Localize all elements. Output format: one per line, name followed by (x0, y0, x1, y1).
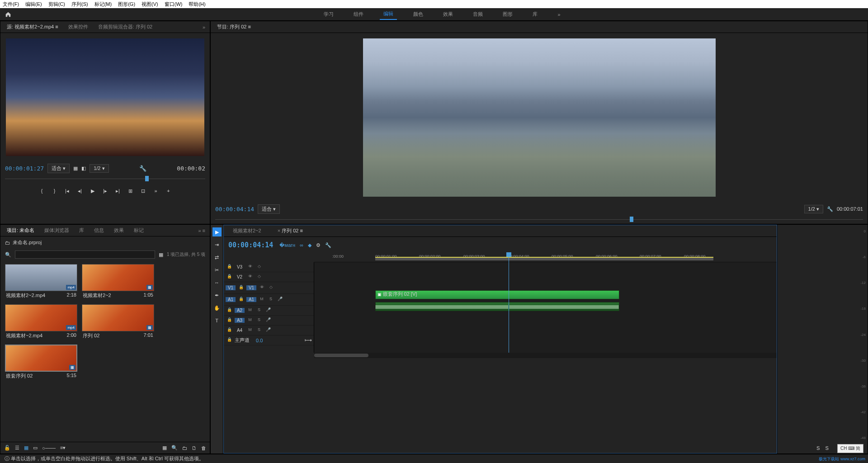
ime-indicator[interactable]: CH ⌨ 简 (837, 444, 863, 453)
filter-icon[interactable]: ▦ (159, 252, 163, 258)
panel-overflow[interactable]: » ≡ (195, 228, 208, 233)
bin-item[interactable]: ▦ 序列 027:01 (82, 304, 154, 340)
add-button-icon[interactable]: + (165, 187, 172, 194)
selection-tool[interactable]: ▶ (212, 227, 222, 236)
info-tab[interactable]: 信息 (90, 225, 108, 236)
track-v3-header[interactable]: 🔒V3👁◇ (224, 262, 314, 272)
list-view-icon[interactable]: ☰ (15, 445, 19, 451)
media-browser-tab[interactable]: 媒体浏览器 (40, 225, 74, 236)
ws-audio[interactable]: 音频 (469, 9, 486, 19)
bin-item[interactable]: ▦ 视频素材2~21:05 (82, 264, 154, 300)
go-out-icon[interactable]: ▸| (114, 187, 122, 194)
menu-view[interactable]: 视图(V) (142, 1, 158, 8)
project-tab[interactable]: 项目: 未命名 (2, 225, 39, 236)
insert-icon[interactable]: ⊞ (127, 187, 134, 194)
quality-icon[interactable]: ◧ (81, 165, 86, 171)
program-tab[interactable]: 节目: 序列 02 ≡ (212, 22, 255, 32)
playhead[interactable] (509, 253, 509, 353)
slip-tool[interactable]: ↔ (212, 278, 222, 287)
trash-icon[interactable]: 🗑 (201, 445, 206, 451)
project-search-input[interactable] (15, 250, 155, 259)
timeline-tracks[interactable]: ▣ 嵌套序列 02 [V] (314, 262, 777, 353)
effects-tab[interactable]: 效果 (109, 225, 128, 236)
new-item-icon[interactable]: 🗋 (192, 445, 197, 451)
program-fit-dropdown[interactable]: 适合 ▾ (258, 204, 280, 214)
new-bin-icon[interactable]: 🗀 (182, 445, 187, 451)
menu-marker[interactable]: 标记(M) (94, 1, 112, 8)
menu-edit[interactable]: 编辑(E) (25, 1, 42, 8)
step-back-icon[interactable]: ◂| (76, 187, 84, 194)
sequence-tab-1[interactable]: 视频素材2~2 (228, 226, 266, 236)
bin-item[interactable]: ▦ 嵌套序列 025:15 (5, 345, 77, 380)
program-preview[interactable] (363, 38, 716, 197)
find-icon[interactable]: 🔍 (171, 445, 178, 451)
track-v2-header[interactable]: 🔒V2👁◇ (224, 272, 314, 282)
ripple-tool[interactable]: ⇄ (212, 253, 222, 262)
zoom-slider[interactable]: ○─── (42, 445, 56, 451)
play-icon[interactable]: ▶ (89, 187, 96, 194)
audio-mixer-tab[interactable]: 音频剪辑混合器: 序列 02 (94, 22, 157, 32)
source-scrubber[interactable] (5, 175, 205, 184)
ws-graphics[interactable]: 图形 (499, 9, 516, 19)
bin-item[interactable]: mp4 视频素材2~2.mp42:18 (5, 264, 77, 300)
panel-overflow[interactable]: » (200, 24, 208, 30)
track-v1-header[interactable]: V1🔒V1👁◇ (224, 282, 314, 294)
track-a3-header[interactable]: 🔒A3MS🎤 (224, 316, 314, 326)
ws-learn[interactable]: 学习 (320, 9, 337, 19)
track-a2-header[interactable]: 🔒A2MS🎤 (224, 306, 314, 316)
ws-color[interactable]: 颜色 (410, 9, 427, 19)
wrench-icon[interactable]: 🔧 (139, 165, 146, 172)
type-tool[interactable]: T (212, 316, 222, 325)
export-frame-icon[interactable]: » (152, 187, 160, 194)
snap-icon[interactable]: �магн (279, 242, 295, 248)
source-tab[interactable]: 源: 视频素材2~2.mp4 ≡ (2, 22, 63, 32)
timeline-ruler[interactable]: :00:00 00:00:01:00 00:00:02:00 00:00:03:… (314, 253, 777, 262)
razor-tool[interactable]: ✂ (212, 265, 222, 274)
track-a1-header[interactable]: A1🔒A1MS🎤 (224, 294, 314, 306)
mark-in-icon[interactable]: { (38, 187, 46, 194)
grid-icon[interactable]: ▦ (73, 165, 78, 171)
source-tc-in[interactable]: 00:00:01:27 (5, 165, 44, 172)
sequence-tab-2[interactable]: × 序列 02 ≡ (273, 226, 307, 236)
home-button[interactable] (0, 8, 16, 21)
track-a4-header[interactable]: 🔒A4MS🎤 (224, 326, 314, 335)
master-track[interactable]: 🔒主声道0.0⟼ (224, 335, 314, 345)
program-scrubber[interactable] (215, 216, 863, 224)
ws-effects[interactable]: 效果 (439, 9, 457, 19)
menu-graphic[interactable]: 图形(G) (118, 1, 135, 8)
menu-file[interactable]: 文件(F) (3, 1, 19, 8)
wrench-icon[interactable]: 🔧 (325, 242, 331, 248)
lock-icon[interactable]: 🔓 (4, 445, 10, 451)
track-select-tool[interactable]: ⇥ (212, 240, 222, 249)
icon-view-icon[interactable]: ▦ (24, 445, 28, 451)
video-clip[interactable]: ▣ 嵌套序列 02 [V] (375, 290, 619, 299)
library-tab[interactable]: 库 (75, 225, 89, 236)
source-res-dropdown[interactable]: 1/2 ▾ (90, 164, 108, 173)
settings-icon[interactable]: ⚙ (316, 242, 321, 248)
sort-icon[interactable]: ≡▾ (60, 445, 66, 451)
audio-clip[interactable] (375, 302, 619, 311)
ws-library[interactable]: 库 (529, 9, 541, 19)
ws-assembly[interactable]: 组件 (350, 9, 367, 19)
ws-overflow[interactable]: » (554, 10, 564, 19)
menu-help[interactable]: 帮助(H) (189, 1, 205, 8)
freeform-view-icon[interactable]: ▭ (33, 445, 38, 451)
auto-seq-icon[interactable]: ▦ (162, 445, 167, 451)
marker-icon[interactable]: ◆ (308, 242, 311, 248)
step-fwd-icon[interactable]: |▸ (102, 187, 109, 194)
timeline-tc[interactable]: 00:00:04:14 (228, 241, 273, 249)
bin-item[interactable]: mp4 视频素材~2.mp42:00 (5, 304, 77, 340)
link-icon[interactable]: ∞ (300, 242, 303, 248)
menu-sequence[interactable]: 序列(S) (71, 1, 88, 8)
overwrite-icon[interactable]: ⊡ (140, 187, 147, 194)
program-res-dropdown[interactable]: 1/2 ▾ (804, 205, 823, 213)
hand-tool[interactable]: ✋ (212, 303, 222, 312)
source-preview[interactable] (6, 38, 204, 156)
effect-controls-tab[interactable]: 效果控件 (64, 22, 93, 32)
program-tc-in[interactable]: 00:00:04:14 (215, 206, 254, 213)
timeline-scrollbar[interactable] (314, 353, 777, 358)
go-in-icon[interactable]: |◂ (64, 187, 71, 194)
ws-edit[interactable]: 编辑 (380, 9, 397, 20)
menu-window[interactable]: 窗口(W) (165, 1, 183, 8)
wrench-icon[interactable]: 🔧 (827, 206, 833, 212)
